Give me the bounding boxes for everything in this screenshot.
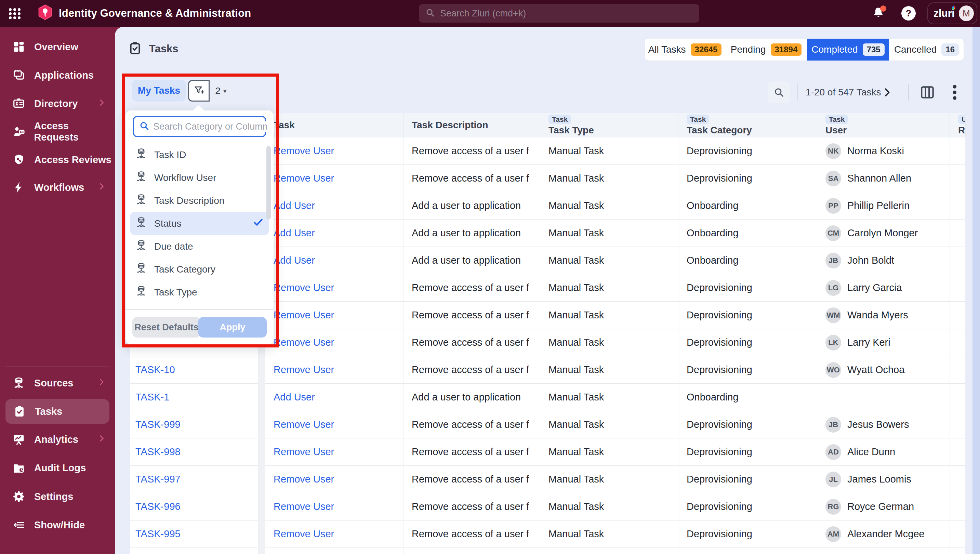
my-tasks-button[interactable]: My Tasks [132, 80, 186, 102]
sidebar-item-audit-logs[interactable]: Audit Logs [0, 457, 115, 479]
columns-icon[interactable] [918, 83, 937, 102]
sidebar-item-overview[interactable]: Overview [0, 36, 115, 58]
task-action-link[interactable]: Remove User [274, 337, 334, 348]
cell-type: Manual Task [540, 493, 678, 521]
cell-user: RGRoyce German [817, 493, 950, 521]
panel-search[interactable] [133, 116, 266, 137]
access-requests-icon [12, 124, 25, 139]
column-option-task-type[interactable]: Task Type [126, 281, 274, 304]
task-action-link[interactable]: Add User [274, 228, 315, 239]
column-option-task-id[interactable]: Task ID [126, 143, 274, 166]
database-column-icon [135, 147, 147, 162]
task-id-link[interactable]: TASK-997 [135, 474, 181, 485]
global-search[interactable] [419, 4, 699, 22]
task-id-link[interactable]: TASK-996 [135, 501, 181, 512]
user-name: Wyatt Ochoa [847, 364, 904, 376]
sidebar-item-access-reviews[interactable]: Access Reviews [0, 149, 115, 170]
sidebar-item-label: Applications [34, 70, 94, 81]
cell-user: JBJohn Boldt [817, 247, 950, 274]
task-id-link[interactable]: TASK-999 [135, 419, 181, 430]
column-option-due-date[interactable]: Due date [126, 235, 274, 258]
column-scrollbar-track[interactable] [259, 548, 265, 554]
sidebar-item-tasks[interactable]: Tasks [5, 399, 110, 424]
help-icon[interactable]: ? [901, 6, 916, 21]
task-action-link[interactable]: Remove User [274, 529, 334, 540]
app-grid-icon[interactable] [8, 6, 22, 22]
column-scrollbar-track[interactable] [259, 357, 265, 384]
task-action-link[interactable]: Add User [274, 200, 315, 211]
panel-scrollbar-thumb[interactable] [266, 146, 271, 220]
page-scrollbar[interactable] [972, 27, 980, 554]
task-id-link[interactable]: TASK-10 [135, 364, 175, 376]
database-column-icon [135, 216, 147, 231]
column-scrollbar-track[interactable] [259, 493, 265, 521]
task-action-link[interactable]: Remove User [274, 474, 334, 485]
filter-count-dropdown[interactable]: 2▾ [210, 80, 232, 102]
tab-cancelled[interactable]: Cancelled16 [889, 39, 964, 60]
sidebar-item-settings[interactable]: Settings [0, 486, 115, 508]
table-search-button[interactable] [768, 81, 790, 103]
column-scrollbar-track[interactable] [259, 521, 265, 548]
column-option-task-description[interactable]: Task Description [126, 189, 274, 212]
task-action-link[interactable]: Remove User [274, 282, 334, 293]
task-action-link[interactable]: Add User [274, 392, 315, 403]
task-action-link[interactable]: Add User [274, 255, 315, 266]
sidebar-item-label: Overview [34, 41, 78, 53]
task-id-link[interactable]: TASK-1 [135, 392, 169, 403]
col-header-partial: Us R [950, 113, 966, 137]
cell-description: Remove access of a user f [404, 329, 540, 357]
column-option-task-category[interactable]: Task Category [126, 258, 274, 281]
task-action-link[interactable]: Remove User [274, 309, 334, 321]
cell-category: Deprovisioning [678, 466, 817, 493]
user-avatar: RG [826, 499, 841, 515]
next-page-button[interactable] [880, 85, 894, 100]
sidebar-item-show-hide[interactable]: Show/Hide [0, 514, 115, 536]
task-id-link[interactable]: TASK-998 [135, 446, 181, 458]
sidebar-item-label: Audit Logs [34, 462, 86, 474]
apply-button[interactable]: Apply [198, 317, 267, 337]
reset-defaults-button[interactable]: Reset Defaults [132, 317, 201, 337]
category-search-input[interactable] [153, 121, 274, 132]
sidebar-item-access-requests[interactable]: Access Requests [0, 121, 115, 143]
cell-category: Deprovisioning [678, 357, 817, 384]
sidebar-item-workflows[interactable]: Workflows [0, 177, 115, 198]
cell-category: Onboarding [678, 384, 817, 411]
analytics-icon [12, 432, 26, 447]
notifications-bell-icon[interactable] [871, 5, 887, 21]
task-action-link[interactable]: Remove User [274, 501, 334, 512]
col-header-user: Task User [817, 113, 950, 137]
task-action-link[interactable]: Remove User [274, 145, 334, 157]
col-header-type: Task Task Type [540, 113, 678, 137]
cell-partial [950, 357, 966, 384]
chevron-right-icon [97, 377, 106, 389]
tab-all-tasks[interactable]: All Tasks32645 [645, 39, 725, 60]
cell-task-id: TASK-995 [130, 521, 259, 548]
add-filter-button[interactable] [188, 80, 210, 102]
column-option-workflow-user[interactable]: Workflow User [126, 166, 274, 189]
database-column-icon [135, 193, 147, 208]
column-scrollbar-track[interactable] [259, 411, 265, 438]
global-search-input[interactable] [440, 8, 693, 19]
sidebar-item-applications[interactable]: Applications [0, 64, 115, 86]
avatar[interactable]: M [959, 5, 974, 21]
task-action-link[interactable]: Remove User [274, 419, 334, 430]
task-action-link[interactable]: Remove User [274, 364, 334, 376]
sidebar-item-analytics[interactable]: Analytics [0, 428, 115, 451]
column-scrollbar-track[interactable] [259, 438, 265, 466]
account-menu[interactable]: zluri M [928, 2, 977, 24]
column-scrollbar-track[interactable] [259, 466, 265, 493]
task-id-link[interactable]: TASK-995 [135, 529, 181, 540]
sidebar-item-sources[interactable]: Sources [0, 372, 115, 394]
task-action-link[interactable]: Remove User [274, 446, 334, 458]
tab-completed[interactable]: Completed735 [807, 39, 889, 60]
audit-logs-icon [12, 461, 26, 475]
task-action-link[interactable]: Remove User [274, 173, 334, 184]
cell-type: Manual Task [540, 329, 678, 357]
column-scrollbar-track[interactable] [259, 384, 265, 411]
cell-task: Remove User [265, 274, 404, 302]
sidebar-item-directory[interactable]: Directory [0, 93, 115, 115]
tab-pending[interactable]: Pending31894 [725, 39, 807, 60]
more-options-kebab-icon[interactable] [948, 83, 961, 102]
column-option-status[interactable]: Status [130, 212, 269, 235]
cell-partial [950, 329, 966, 357]
